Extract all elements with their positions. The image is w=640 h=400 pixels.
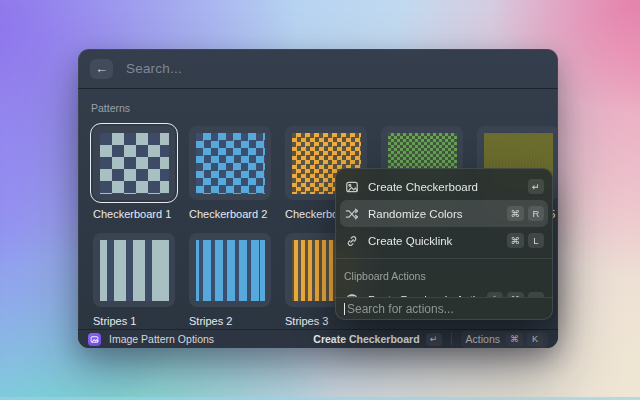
actions-button[interactable]: Actions ⌘ K [461,331,548,348]
extension-title: Image Pattern Options [109,333,214,345]
pattern-tile-stripes-2[interactable]: Stripes 2 [186,230,274,337]
actions-menu-list: Create Checkerboard↵Randomize Colors⌘RCr… [335,168,553,297]
menu-item-randomize-colors[interactable]: Randomize Colors⌘R [340,200,548,227]
menu-item-create-quicklink[interactable]: Create Quicklink⌘L [335,227,553,254]
keycap: ⌘ [507,206,525,221]
pattern-tile-stripes-1[interactable]: Stripes 1 [90,230,178,337]
selection-ring [90,123,178,203]
status-bar: Image Pattern Options Create Checkerboar… [78,329,558,348]
shortcut-keys: ⌘R [507,206,545,221]
return-key-icon: ↵ [426,333,442,346]
k-key-icon: K [527,333,543,346]
pattern-tile-checkerboard-1[interactable]: Checkerboard 1 [90,123,178,230]
search-input[interactable]: Search... [126,61,182,76]
keycap: R [528,206,544,221]
menu-item-label: Create Checkerboard [368,181,528,193]
tile-card [93,126,175,200]
search-header: ← Search... [78,49,558,89]
pattern-preview [196,133,265,194]
primary-action-button[interactable]: Create Checkerboard ↵ [313,333,441,346]
back-button[interactable]: ← [90,59,113,79]
tile-label: Stripes 1 [93,315,178,327]
tile-card [189,126,271,200]
statusbar-divider [451,333,452,345]
actions-search-field[interactable]: Search for actions... [335,297,553,320]
keycap: ↵ [528,179,544,194]
text-cursor [344,303,345,315]
actions-label: Actions [466,333,500,345]
back-arrow-icon: ← [95,62,108,75]
tile-frame [186,230,274,310]
link-icon [344,233,359,248]
image-pattern-app-icon [88,333,101,346]
actions-menu-popover: Create Checkerboard↵Randomize Colors⌘RCr… [335,168,553,320]
menu-item-paste-preview-in-active-app[interactable]: Paste Preview in Active App⇧⌘V [335,286,553,297]
menu-separator [335,258,553,259]
tile-card [189,233,271,307]
pattern-preview [196,240,265,301]
patterns-section-label: Patterns [91,102,546,114]
pattern-tile-checkerboard-2[interactable]: Checkerboard 2 [186,123,274,230]
pattern-preview [100,133,169,194]
keycap: ⌘ [507,233,525,248]
shuffle-icon [344,206,359,221]
tile-card [93,233,175,307]
desktop-background: { "header": { "back_label": "←", "search… [0,0,640,400]
keycap: L [528,233,544,248]
menu-item-create-checkerboard[interactable]: Create Checkerboard↵ [335,173,553,200]
image-icon [344,179,359,194]
cmd-key-icon: ⌘ [506,333,523,346]
tile-label: Checkerboard 2 [189,208,274,220]
actions-search-placeholder: Search for actions... [347,302,454,316]
menu-item-label: Randomize Colors [368,208,507,220]
tile-label: Checkerboard 1 [93,208,178,220]
pattern-preview [100,240,169,301]
shortcut-keys: ⌘L [507,233,545,248]
menu-item-label: Create Quicklink [368,235,507,247]
shortcut-keys: ↵ [528,179,544,194]
primary-action-label: Create Checkerboard [313,333,419,345]
tile-frame [186,123,274,203]
menu-section-label: Clipboard Actions [335,263,553,286]
tile-label: Stripes 2 [189,315,274,327]
tile-frame [90,230,178,310]
